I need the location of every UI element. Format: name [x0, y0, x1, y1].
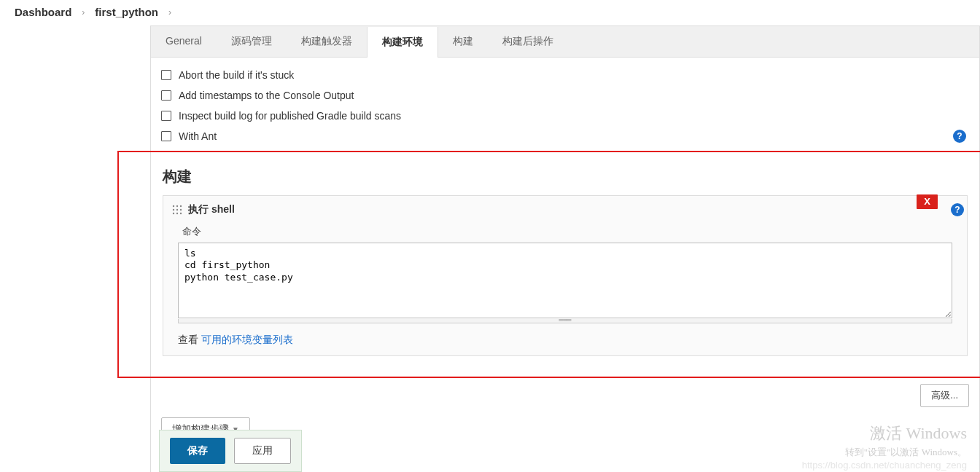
- chevron-right-icon: ›: [163, 7, 177, 17]
- build-highlight: 构建 执行 shell X ? 命令 ═══ 查看 可用的环境变量列表: [117, 151, 980, 378]
- tab-triggers[interactable]: 构建触发器: [287, 26, 367, 57]
- checkbox-icon[interactable]: [161, 131, 171, 141]
- svg-point-0: [173, 205, 174, 207]
- advanced-button[interactable]: 高级...: [920, 384, 969, 407]
- checkbox-icon[interactable]: [161, 90, 171, 101]
- command-textarea[interactable]: [178, 243, 952, 318]
- svg-point-3: [173, 209, 174, 211]
- tab-general[interactable]: General: [151, 26, 217, 57]
- shell-header: 执行 shell X ?: [163, 196, 967, 224]
- breadcrumb-root[interactable]: Dashboard: [15, 6, 71, 18]
- shell-step: 执行 shell X ? 命令 ═══ 查看 可用的环境变量列表: [163, 195, 968, 356]
- svg-point-5: [180, 209, 182, 211]
- svg-point-1: [176, 205, 178, 207]
- checkbox-icon[interactable]: [161, 111, 171, 121]
- check-abort-label: Abort the build if it's stuck: [179, 69, 294, 81]
- shell-title: 执行 shell: [188, 203, 235, 216]
- save-button[interactable]: 保存: [170, 438, 225, 464]
- env-vars-line: 查看 可用的环境变量列表: [178, 334, 952, 347]
- resize-handle-icon[interactable]: ═══: [178, 319, 952, 323]
- breadcrumb-project[interactable]: first_python: [95, 6, 158, 18]
- tab-build[interactable]: 构建: [438, 26, 488, 57]
- tab-post[interactable]: 构建后操作: [488, 26, 568, 57]
- chevron-right-icon: ›: [76, 7, 90, 17]
- check-abort[interactable]: Abort the build if it's stuck: [161, 65, 969, 85]
- env-prefix: 查看: [178, 334, 201, 345]
- breadcrumb: Dashboard › first_python ›: [0, 0, 980, 25]
- command-label: 命令: [182, 225, 952, 238]
- check-timestamps[interactable]: Add timestamps to the Console Output: [161, 85, 969, 106]
- apply-button[interactable]: 应用: [234, 438, 291, 464]
- env-vars-link[interactable]: 可用的环境变量列表: [201, 334, 293, 345]
- tab-env[interactable]: 构建环境: [367, 27, 438, 58]
- svg-point-7: [176, 213, 178, 214]
- svg-point-6: [173, 213, 174, 214]
- check-ant-label: With Ant: [179, 130, 217, 142]
- check-gradle[interactable]: Inspect build log for published Gradle b…: [161, 106, 969, 126]
- check-gradle-label: Inspect build log for published Gradle b…: [179, 110, 401, 122]
- svg-point-2: [180, 205, 182, 207]
- check-timestamps-label: Add timestamps to the Console Output: [179, 90, 354, 101]
- tab-scm[interactable]: 源码管理: [217, 26, 287, 57]
- svg-point-8: [180, 213, 182, 214]
- config-tabs: General 源码管理 构建触发器 构建环境 构建 构建后操作: [150, 25, 980, 58]
- svg-point-4: [176, 209, 178, 211]
- config-section: Abort the build if it's stuck Add timest…: [150, 58, 980, 472]
- help-icon[interactable]: ?: [953, 130, 966, 143]
- checkbox-icon[interactable]: [161, 70, 171, 80]
- help-icon[interactable]: ?: [951, 203, 964, 216]
- drag-handle-icon[interactable]: [172, 205, 182, 215]
- build-section-title: 构建: [163, 167, 968, 186]
- check-ant[interactable]: With Ant ?: [161, 126, 969, 146]
- action-bar: 保存 应用: [159, 430, 302, 472]
- delete-step-button[interactable]: X: [917, 194, 938, 209]
